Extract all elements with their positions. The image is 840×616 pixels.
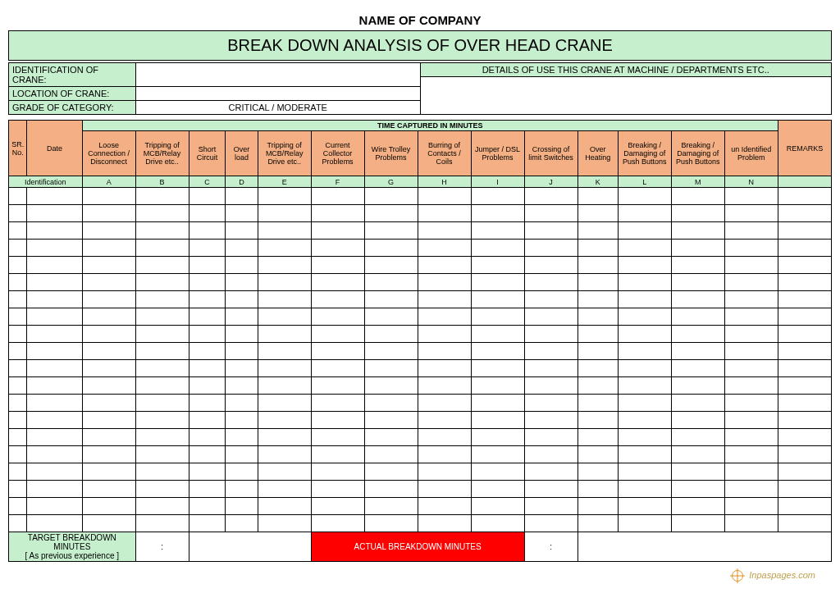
data-cell[interactable] (524, 377, 578, 395)
data-cell[interactable] (364, 326, 418, 343)
data-cell[interactable] (364, 240, 418, 257)
data-cell[interactable] (311, 429, 364, 446)
data-cell[interactable] (578, 481, 618, 498)
data-cell[interactable] (418, 326, 471, 343)
data-cell[interactable] (524, 481, 578, 498)
data-cell[interactable] (82, 446, 135, 463)
data-cell[interactable] (135, 222, 189, 240)
data-cell[interactable] (524, 343, 578, 360)
data-cell[interactable] (27, 274, 82, 291)
data-cell[interactable] (135, 498, 189, 515)
data-cell[interactable] (671, 326, 724, 343)
data-cell[interactable] (418, 222, 471, 240)
data-cell[interactable] (258, 308, 311, 326)
data-cell[interactable] (258, 188, 311, 205)
data-cell[interactable] (82, 291, 135, 308)
data-cell[interactable] (524, 291, 578, 308)
data-cell[interactable] (778, 515, 831, 532)
data-cell[interactable] (418, 308, 471, 326)
data-cell[interactable] (258, 498, 311, 515)
data-cell[interactable] (418, 360, 471, 377)
data-cell[interactable] (471, 515, 524, 532)
data-cell[interactable] (135, 395, 189, 412)
data-cell[interactable] (471, 240, 524, 257)
data-cell[interactable] (671, 377, 724, 395)
data-cell[interactable] (778, 481, 831, 498)
data-cell[interactable] (226, 188, 258, 205)
data-cell[interactable] (258, 377, 311, 395)
data-cell[interactable] (618, 205, 671, 222)
data-cell[interactable] (189, 222, 226, 240)
data-cell[interactable] (9, 222, 27, 240)
data-cell[interactable] (226, 308, 258, 326)
data-cell[interactable] (9, 481, 27, 498)
data-cell[interactable] (311, 446, 364, 463)
data-cell[interactable] (258, 360, 311, 377)
data-cell[interactable] (135, 326, 189, 343)
data-cell[interactable] (618, 498, 671, 515)
data-cell[interactable] (418, 412, 471, 429)
data-cell[interactable] (618, 222, 671, 240)
data-cell[interactable] (778, 395, 831, 412)
data-cell[interactable] (226, 326, 258, 343)
data-cell[interactable] (578, 412, 618, 429)
data-cell[interactable] (471, 481, 524, 498)
data-cell[interactable] (524, 222, 578, 240)
data-cell[interactable] (524, 463, 578, 481)
data-cell[interactable] (27, 188, 82, 205)
data-cell[interactable] (418, 429, 471, 446)
data-cell[interactable] (724, 481, 778, 498)
data-cell[interactable] (226, 343, 258, 360)
data-cell[interactable] (578, 429, 618, 446)
data-cell[interactable] (578, 343, 618, 360)
data-cell[interactable] (618, 274, 671, 291)
data-cell[interactable] (311, 188, 364, 205)
data-cell[interactable] (311, 291, 364, 308)
data-cell[interactable] (724, 498, 778, 515)
data-cell[interactable] (82, 222, 135, 240)
data-cell[interactable] (82, 188, 135, 205)
data-cell[interactable] (258, 515, 311, 532)
data-cell[interactable] (82, 240, 135, 257)
data-cell[interactable] (258, 326, 311, 343)
data-cell[interactable] (471, 222, 524, 240)
data-cell[interactable] (471, 308, 524, 326)
data-cell[interactable] (418, 274, 471, 291)
data-cell[interactable] (724, 257, 778, 274)
data-cell[interactable] (418, 377, 471, 395)
data-cell[interactable] (671, 222, 724, 240)
data-cell[interactable] (189, 446, 226, 463)
data-cell[interactable] (311, 360, 364, 377)
data-cell[interactable] (724, 188, 778, 205)
data-cell[interactable] (578, 274, 618, 291)
data-cell[interactable] (27, 429, 82, 446)
data-cell[interactable] (135, 515, 189, 532)
data-cell[interactable] (258, 291, 311, 308)
data-cell[interactable] (27, 326, 82, 343)
data-cell[interactable] (418, 463, 471, 481)
data-cell[interactable] (27, 222, 82, 240)
data-cell[interactable] (671, 240, 724, 257)
data-cell[interactable] (524, 395, 578, 412)
data-cell[interactable] (364, 222, 418, 240)
data-cell[interactable] (671, 498, 724, 515)
data-cell[interactable] (258, 343, 311, 360)
data-cell[interactable] (524, 429, 578, 446)
data-cell[interactable] (258, 205, 311, 222)
data-cell[interactable] (258, 429, 311, 446)
data-cell[interactable] (618, 481, 671, 498)
data-cell[interactable] (258, 446, 311, 463)
data-cell[interactable] (578, 222, 618, 240)
data-cell[interactable] (524, 205, 578, 222)
data-cell[interactable] (578, 308, 618, 326)
data-cell[interactable] (27, 395, 82, 412)
data-cell[interactable] (364, 463, 418, 481)
data-cell[interactable] (27, 291, 82, 308)
data-cell[interactable] (189, 515, 226, 532)
data-cell[interactable] (724, 291, 778, 308)
data-cell[interactable] (9, 377, 27, 395)
data-cell[interactable] (364, 343, 418, 360)
actual-value[interactable] (578, 532, 831, 562)
data-cell[interactable] (778, 188, 831, 205)
data-cell[interactable] (311, 377, 364, 395)
